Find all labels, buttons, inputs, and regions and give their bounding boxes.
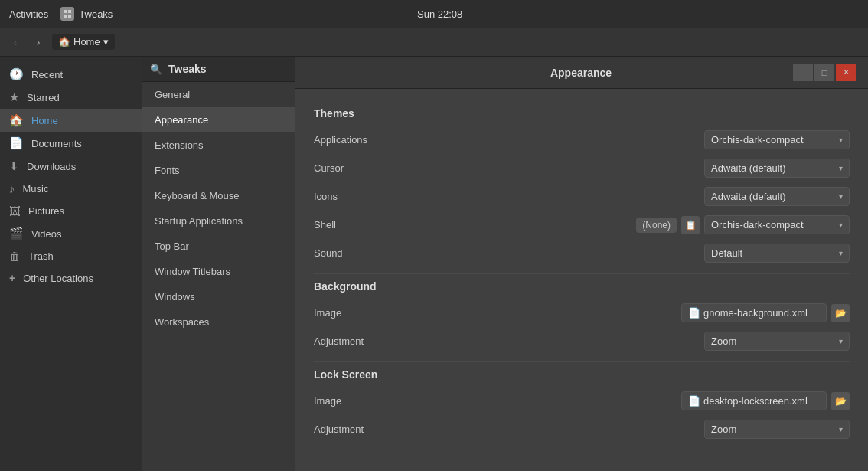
maximize-button[interactable]: □ bbox=[814, 64, 834, 81]
setting-row-sound: Sound Default ▾ bbox=[314, 239, 850, 267]
bg-image-display[interactable]: 📄 gnome-background.xml bbox=[681, 303, 827, 322]
lockscreen-section-title: Lock Screen bbox=[314, 368, 850, 381]
sound-dropdown[interactable]: Default ▾ bbox=[704, 244, 850, 263]
tweaks-menu-keyboard-mouse[interactable]: Keyboard & Mouse bbox=[142, 183, 295, 208]
activities-button[interactable]: Activities bbox=[9, 8, 48, 20]
themes-section-title: Themes bbox=[314, 107, 850, 119]
shell-none-badge: (None) bbox=[636, 218, 677, 233]
sidebar-item-recent[interactable]: 🕐 Recent bbox=[0, 63, 142, 86]
videos-icon: 🎬 bbox=[9, 227, 24, 240]
sidebar-item-pictures[interactable]: 🖼 Pictures bbox=[0, 200, 142, 222]
sidebar-label-trash: Trash bbox=[28, 250, 54, 262]
applications-right: Orchis-dark-compact ▾ bbox=[704, 130, 850, 149]
sidebar-item-starred[interactable]: ★ Starred bbox=[0, 86, 142, 109]
location-dropdown-arrow: ▾ bbox=[103, 36, 109, 47]
applications-value: Orchis-dark-compact bbox=[711, 134, 804, 146]
navbar: ‹ › 🏠 Home ▾ bbox=[0, 28, 868, 57]
tweaks-menu-startup[interactable]: Startup Applications bbox=[142, 208, 295, 234]
sidebar-label-other: Other Locations bbox=[23, 273, 93, 284]
shell-dropdown-arrow: ▾ bbox=[839, 221, 843, 229]
bg-adjustment-right: Zoom ▾ bbox=[704, 332, 850, 351]
ls-image-doc-icon: 📄 bbox=[688, 395, 700, 407]
sidebar-item-home[interactable]: 🏠 Home bbox=[0, 109, 142, 132]
tweaks-menu-windows[interactable]: Windows bbox=[142, 284, 295, 309]
sidebar-item-trash[interactable]: 🗑 Trash bbox=[0, 245, 142, 267]
trash-icon: 🗑 bbox=[9, 250, 21, 263]
sidebar-item-downloads[interactable]: ⬇ Downloads bbox=[0, 155, 142, 178]
tweaks-menu-topbar[interactable]: Top Bar bbox=[142, 234, 295, 259]
appearance-panel: Appearance — □ ✕ Themes Applications Orc… bbox=[295, 57, 868, 471]
appearance-title: Appearance bbox=[369, 67, 793, 79]
documents-icon: 📄 bbox=[9, 136, 24, 150]
forward-button[interactable]: › bbox=[29, 33, 47, 51]
applications-label: Applications bbox=[314, 134, 367, 146]
shell-badge-icon[interactable]: 📋 bbox=[681, 216, 700, 234]
bg-adjustment-dropdown[interactable]: Zoom ▾ bbox=[704, 332, 850, 351]
applications-dropdown[interactable]: Orchis-dark-compact ▾ bbox=[704, 130, 850, 149]
bg-image-value: gnome-background.xml bbox=[703, 307, 808, 319]
icons-label: Icons bbox=[314, 191, 338, 202]
music-icon: ♪ bbox=[9, 182, 15, 195]
minimize-button[interactable]: — bbox=[793, 64, 813, 81]
sidebar-item-documents[interactable]: 📄 Documents bbox=[0, 132, 142, 155]
tweaks-menu-general[interactable]: General bbox=[142, 82, 295, 107]
icons-dropdown[interactable]: Adwaita (default) ▾ bbox=[704, 187, 850, 206]
tweaks-search-bar: 🔍 Tweaks bbox=[142, 57, 295, 82]
sound-dropdown-arrow: ▾ bbox=[839, 249, 843, 257]
ls-image-label: Image bbox=[314, 395, 341, 407]
close-button[interactable]: ✕ bbox=[836, 64, 856, 81]
tweaks-menu-fonts[interactable]: Fonts bbox=[142, 158, 295, 183]
ls-adjustment-value: Zoom bbox=[711, 424, 736, 435]
svg-rect-1 bbox=[68, 10, 71, 13]
ls-adjustment-dropdown-arrow: ▾ bbox=[839, 425, 843, 433]
downloads-icon: ⬇ bbox=[9, 159, 19, 173]
appearance-header: Appearance — □ ✕ bbox=[295, 57, 868, 89]
window-controls: — □ ✕ bbox=[793, 64, 856, 81]
app-name-label: Tweaks bbox=[79, 8, 113, 20]
divider-1 bbox=[314, 273, 850, 274]
shell-dropdown[interactable]: Orchis-dark-compact ▾ bbox=[704, 215, 850, 234]
sidebar-label-music: Music bbox=[23, 183, 49, 195]
home-sidebar-icon: 🏠 bbox=[9, 113, 24, 127]
cursor-value: Adwaita (default) bbox=[711, 162, 786, 174]
location-bar[interactable]: 🏠 Home ▾ bbox=[52, 34, 115, 50]
tweaks-menu-appearance[interactable]: Appearance bbox=[142, 107, 295, 132]
ls-image-right: 📄 desktop-lockscreen.xml 📂 bbox=[681, 391, 850, 410]
svg-rect-0 bbox=[64, 10, 67, 13]
applications-dropdown-arrow: ▾ bbox=[839, 136, 843, 144]
tweaks-menu-extensions[interactable]: Extensions bbox=[142, 132, 295, 158]
setting-row-ls-adjustment: Adjustment Zoom ▾ bbox=[314, 415, 850, 443]
setting-row-bg-adjustment: Adjustment Zoom ▾ bbox=[314, 327, 850, 355]
ls-adjustment-dropdown[interactable]: Zoom ▾ bbox=[704, 420, 850, 439]
shell-right: (None) 📋 Orchis-dark-compact ▾ bbox=[636, 215, 850, 234]
sidebar-item-other[interactable]: + Other Locations bbox=[0, 267, 142, 289]
appearance-body: Themes Applications Orchis-dark-compact … bbox=[295, 89, 868, 471]
clock: Sun 22:08 bbox=[417, 8, 462, 20]
back-button[interactable]: ‹ bbox=[6, 33, 24, 51]
tweaks-menu-workspaces[interactable]: Workspaces bbox=[142, 309, 295, 335]
cursor-dropdown[interactable]: Adwaita (default) ▾ bbox=[704, 159, 850, 178]
ls-adjustment-label: Adjustment bbox=[314, 424, 364, 435]
bg-image-doc-icon: 📄 bbox=[688, 307, 700, 319]
other-icon: + bbox=[9, 272, 15, 284]
app-icon bbox=[60, 7, 74, 21]
recent-icon: 🕐 bbox=[9, 67, 24, 81]
shell-value: Orchis-dark-compact bbox=[711, 219, 804, 231]
ls-image-display[interactable]: 📄 desktop-lockscreen.xml bbox=[681, 391, 827, 410]
ls-image-open-btn[interactable]: 📂 bbox=[831, 392, 850, 410]
sidebar-label-downloads: Downloads bbox=[27, 161, 76, 172]
sidebar-label-documents: Documents bbox=[31, 138, 82, 149]
sidebar-item-videos[interactable]: 🎬 Videos bbox=[0, 222, 142, 245]
location-label: Home bbox=[73, 36, 100, 47]
topbar: Activities Tweaks Sun 22:08 bbox=[0, 0, 868, 28]
sidebar-item-music[interactable]: ♪ Music bbox=[0, 178, 142, 200]
ls-image-value: desktop-lockscreen.xml bbox=[703, 395, 808, 407]
sidebar-label-pictures: Pictures bbox=[28, 205, 64, 217]
setting-row-cursor: Cursor Adwaita (default) ▾ bbox=[314, 154, 850, 182]
sound-value: Default bbox=[711, 247, 742, 259]
tweaks-menu-titlebars[interactable]: Window Titlebars bbox=[142, 259, 295, 284]
search-icon: 🔍 bbox=[150, 64, 162, 75]
bg-image-open-btn[interactable]: 📂 bbox=[831, 304, 850, 322]
bg-adjustment-label: Adjustment bbox=[314, 335, 364, 347]
tweaks-title: Tweaks bbox=[168, 63, 207, 75]
